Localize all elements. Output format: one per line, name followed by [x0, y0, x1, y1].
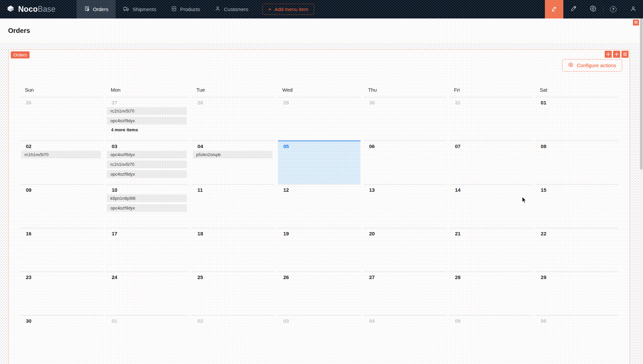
calendar-cell[interactable]: 10k8pn1n6p9i6opc4ozf9dyx	[106, 184, 188, 228]
menu-icon[interactable]	[621, 51, 629, 58]
calendar-event[interactable]: rc1h1nv5t70	[107, 107, 186, 115]
date-number: 05	[449, 317, 532, 325]
settings-button[interactable]	[583, 0, 603, 18]
configure-actions-button[interactable]: Configure actions	[562, 59, 622, 72]
calendar-cell[interactable]: 02	[192, 315, 274, 359]
date-number: 10	[106, 186, 188, 194]
calendar-cell[interactable]: 05	[449, 315, 532, 359]
day-header-fri: Fri	[448, 85, 533, 97]
date-number: 14	[449, 186, 532, 194]
date-number: 22	[535, 230, 618, 238]
calendar-cell[interactable]: 30	[364, 97, 446, 140]
calendar-cell[interactable]: 28	[449, 271, 532, 315]
calendar-cell[interactable]: 21	[449, 228, 532, 271]
calendar-week-row: 02rc1h1nv5t7003opc4ozf9dyxrc1h1nv5t70opc…	[19, 140, 619, 184]
brand-logo[interactable]: NocoBase	[0, 0, 56, 18]
page-content: Orders Configure action	[0, 43, 643, 364]
calendar-cell[interactable]: 24	[106, 271, 188, 315]
calendar-cell[interactable]: 13	[364, 184, 446, 228]
date-number: 02	[192, 317, 274, 325]
menu-icon	[634, 19, 638, 26]
calendar-cell[interactable]: 16	[20, 228, 103, 271]
calendar-event[interactable]: opc4ozf9dyx	[107, 170, 186, 178]
calendar-cell[interactable]: 12	[278, 184, 360, 228]
calendar-cell[interactable]: 29	[535, 271, 618, 315]
calendar-cell[interactable]: 03opc4ozf9dyxrc1h1nv5t70opc4ozf9dyx	[106, 140, 188, 184]
navbar: NocoBase OrdersShipmentsProductsCustomer…	[0, 0, 643, 18]
calendar-cell[interactable]: 30	[20, 315, 103, 359]
page-header: Orders	[0, 18, 643, 43]
calendar-cell[interactable]: 06	[364, 140, 446, 184]
calendar-cell[interactable]: 17	[106, 228, 188, 271]
calendar-cell[interactable]: 04	[364, 315, 446, 359]
calendar-cell[interactable]: 23	[20, 271, 103, 315]
products-icon	[171, 6, 177, 13]
plugin-pen-button[interactable]	[563, 0, 583, 18]
calendar-cell[interactable]: 08	[535, 140, 618, 184]
calendar-event[interactable]: rc1h1nv5t70	[21, 151, 101, 158]
plus-icon[interactable]	[613, 51, 620, 58]
nav-item-shipments[interactable]: Shipments	[116, 0, 164, 18]
nav-item-customers[interactable]: Customers	[207, 0, 256, 18]
calendar-cell[interactable]: 31	[449, 97, 532, 140]
calendar-cell[interactable]: 03	[278, 315, 360, 359]
calendar-cell[interactable]: 18	[192, 228, 274, 271]
calendar-cell[interactable]: 25	[192, 271, 274, 315]
date-number: 08	[535, 142, 618, 151]
calendar-cell[interactable]: 26	[20, 97, 103, 140]
calendar-weeks: 2627rc1h1nv5t70opc4ozf9dyx4 more items28…	[19, 97, 619, 359]
more-items-link[interactable]: 4 more items	[106, 127, 188, 132]
ui-editor-button[interactable]	[545, 0, 563, 18]
calendar-cell[interactable]: 20	[364, 228, 446, 271]
user-button[interactable]	[623, 0, 643, 18]
nav-item-label: Orders	[93, 6, 109, 12]
calendar-cell[interactable]: 01	[106, 315, 188, 359]
nav-item-label: Shipments	[132, 6, 156, 12]
customers-icon	[215, 6, 221, 13]
calendar-event[interactable]: opc4ozf9dyx	[107, 117, 186, 125]
calendar-cell[interactable]: 26	[278, 271, 360, 315]
calendar-cell-today[interactable]: 05	[278, 140, 360, 184]
calendar-event[interactable]: opc4ozf9dyx	[107, 151, 186, 158]
calendar-event[interactable]: opc4ozf9dyx	[107, 204, 186, 212]
day-header-sun: Sun	[19, 85, 104, 97]
drag-icon[interactable]	[605, 51, 612, 58]
calendar-week-row: 0910k8pn1n6p9i6opc4ozf9dyx1112131415	[19, 184, 619, 228]
date-number: 24	[106, 273, 188, 282]
calendar-cell[interactable]: 07	[449, 140, 532, 184]
calendar-cell[interactable]: 19	[278, 228, 360, 271]
calendar-cell[interactable]: 15	[535, 184, 618, 228]
calendar-cell[interactable]: 06	[535, 315, 618, 359]
block-title-badge[interactable]: Orders	[11, 51, 30, 58]
calendar-view: SunMonTueWedThuFriSat 2627rc1h1nv5t70opc…	[19, 85, 619, 359]
date-number: 03	[106, 142, 188, 151]
date-number: 11	[192, 186, 274, 194]
calendar-event[interactable]: k8pn1n6p9i6	[107, 194, 186, 202]
calendar-event[interactable]: rc1h1nv5t70	[107, 161, 186, 168]
scrollbar-thumb[interactable]	[640, 18, 643, 170]
calendar-cell[interactable]: 01	[535, 97, 618, 140]
gear-icon	[568, 62, 573, 69]
calendar-cell[interactable]: 27rc1h1nv5t70opc4ozf9dyx4 more items	[106, 97, 188, 140]
calendar-cell[interactable]: 11	[192, 184, 274, 228]
nav-item-label: Customers	[224, 6, 248, 12]
calendar-cell[interactable]: 14	[449, 184, 532, 228]
page-settings-button[interactable]	[633, 19, 639, 26]
nav-item-products[interactable]: Products	[164, 0, 207, 18]
nav-item-orders[interactable]: Orders	[77, 0, 116, 18]
calendar-event[interactable]: p5zkn2oispb	[193, 151, 272, 158]
calendar-cell[interactable]: 29	[278, 97, 360, 140]
orders-icon	[84, 6, 90, 13]
calendar-cell[interactable]: 22	[535, 228, 618, 271]
calendar-cell[interactable]: 28	[192, 97, 274, 140]
add-menu-item-button[interactable]: + Add menu item	[262, 4, 314, 15]
date-number: 29	[278, 99, 360, 107]
highlighter-icon	[551, 5, 558, 13]
date-number: 27	[364, 273, 446, 282]
help-icon: ?	[610, 6, 616, 12]
help-button[interactable]: ?	[603, 0, 623, 18]
calendar-cell[interactable]: 04p5zkn2oispb	[192, 140, 274, 184]
calendar-cell[interactable]: 02rc1h1nv5t70	[20, 140, 103, 184]
calendar-cell[interactable]: 27	[364, 271, 446, 315]
calendar-cell[interactable]: 09	[20, 184, 103, 228]
